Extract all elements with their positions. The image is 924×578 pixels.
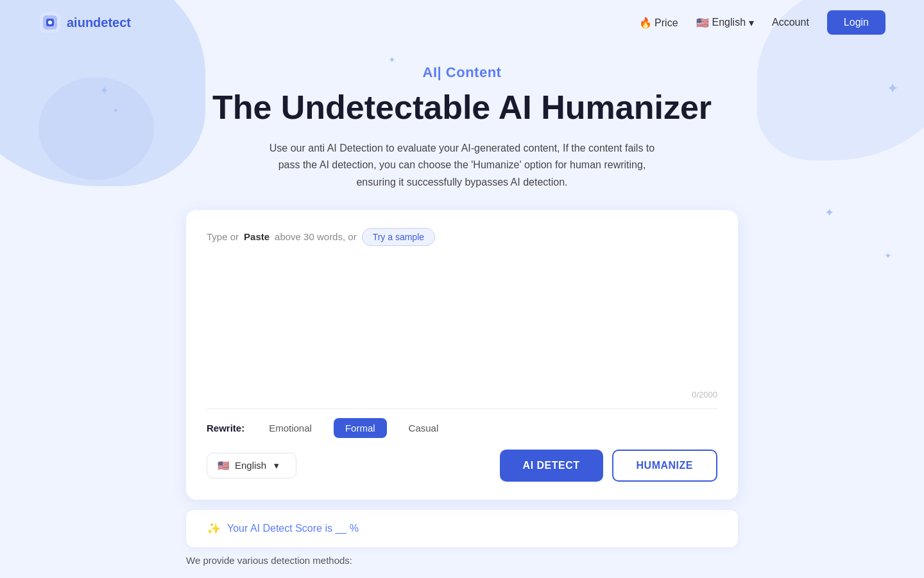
tone-casual-button[interactable]: Casual <box>397 418 450 438</box>
text-input[interactable] <box>207 256 717 385</box>
detection-methods-text: We provide various detection methods: <box>186 555 352 566</box>
tone-emotional-button[interactable]: Emotional <box>257 418 323 438</box>
chevron-down-icon: ▾ <box>749 17 754 29</box>
flag-icon: 🇺🇸 <box>696 17 709 29</box>
language-label: English <box>712 17 746 28</box>
try-sample-button[interactable]: Try a sample <box>362 228 435 246</box>
language-link[interactable]: 🇺🇸 English ▾ <box>696 17 754 29</box>
editor-bottom: 🇺🇸 English ▾ AI DETECT HUMANIZE <box>207 450 717 482</box>
divider-1 <box>207 408 717 409</box>
nav-right: 🔥 Price 🇺🇸 English ▾ Account Login <box>639 10 886 35</box>
account-link[interactable]: Account <box>772 17 809 28</box>
main-content: AI| Content The Undetectable AI Humanize… <box>0 45 924 578</box>
login-button[interactable]: Login <box>827 10 886 35</box>
action-buttons: AI DETECT HUMANIZE <box>500 450 717 482</box>
hero-title: The Undetectable AI Humanizer <box>212 89 712 127</box>
hint-suffix: above 30 words, or <box>275 231 357 242</box>
score-bar: ✨ Your AI Detect Score is __ % <box>186 510 738 547</box>
language-select[interactable]: 🇺🇸 English ▾ <box>207 453 296 478</box>
lang-flag: 🇺🇸 <box>218 460 230 471</box>
logo-icon <box>38 11 62 34</box>
ai-detect-button[interactable]: AI DETECT <box>500 450 603 482</box>
humanize-button[interactable]: HUMANIZE <box>612 450 717 482</box>
lang-chevron-icon: ▾ <box>274 460 279 471</box>
account-label: Account <box>772 17 809 28</box>
hero-description: Use our anti AI Detection to evaluate yo… <box>263 140 661 191</box>
lang-label: English <box>235 460 266 471</box>
score-sparkle-icon: ✨ <box>207 521 221 536</box>
rewrite-controls: Rewrite: Emotional Formal Casual <box>207 418 717 438</box>
price-label: 🔥 Price <box>639 17 678 29</box>
hint-prefix: Type or <box>207 231 239 242</box>
svg-point-3 <box>48 21 52 24</box>
logo-text: aiundetect <box>67 15 131 30</box>
logo-link[interactable]: aiundetect <box>38 11 131 34</box>
detection-methods-label: We provide various detection methods: <box>186 555 738 566</box>
editor-card: Type or Paste above 30 words, or Try a s… <box>186 210 738 500</box>
editor-top-bar: Type or Paste above 30 words, or Try a s… <box>207 228 717 246</box>
rewrite-label: Rewrite: <box>207 423 244 434</box>
hint-paste: Paste <box>244 231 270 242</box>
score-text: Your AI Detect Score is __ % <box>227 523 359 534</box>
navbar: aiundetect 🔥 Price 🇺🇸 English ▾ Account … <box>0 0 924 45</box>
tone-formal-button[interactable]: Formal <box>334 418 387 438</box>
char-count: 0/2000 <box>207 390 717 399</box>
hero-subtitle: AI| Content <box>423 64 502 81</box>
price-link[interactable]: 🔥 Price <box>639 17 678 29</box>
